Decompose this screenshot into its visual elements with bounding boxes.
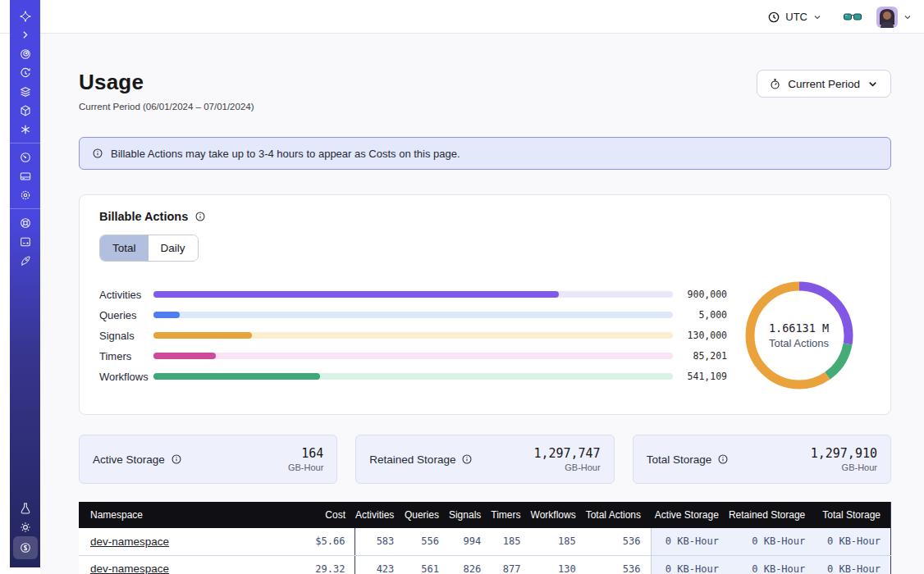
theme-sun-icon[interactable] bbox=[14, 517, 37, 536]
total-actions-donut: 1.66131 M Total Actions bbox=[727, 278, 871, 393]
col-timers: Timers bbox=[491, 502, 530, 528]
storage-card-value: 1,297,747 bbox=[533, 446, 600, 461]
timezone-picker[interactable]: UTC bbox=[762, 7, 827, 27]
feedback-glasses-button[interactable] bbox=[844, 11, 862, 23]
billable-actions-chart: Activities 900,000 Queries 5,000 bbox=[99, 278, 871, 393]
donut-total-value: 1.66131 M bbox=[769, 321, 829, 335]
cell-total-actions: 536 bbox=[586, 555, 651, 574]
cell-queries: 556 bbox=[404, 528, 449, 555]
storage-card-unit: GB-Hour bbox=[811, 462, 877, 472]
page-title: Usage bbox=[79, 70, 254, 95]
col-total-actions: Total Actions bbox=[586, 502, 651, 528]
chevron-down-icon bbox=[812, 12, 822, 22]
bar-track bbox=[153, 373, 673, 380]
storage-card-unit: GB-Hour bbox=[288, 462, 323, 472]
info-icon[interactable] bbox=[717, 453, 729, 465]
col-queries: Queries bbox=[404, 502, 449, 528]
bar-row-signals: Signals 130,000 bbox=[99, 326, 727, 346]
storage-card-label: Total Storage bbox=[647, 453, 712, 466]
glasses-icon bbox=[844, 11, 862, 23]
bar-fill bbox=[153, 373, 320, 380]
banner-text: Billable Actions may take up to 3-4 hour… bbox=[111, 148, 460, 160]
storage-card-label: Retained Storage bbox=[369, 453, 455, 466]
storage-card-label: Active Storage bbox=[93, 453, 165, 466]
bar-row-workflows: Workflows 541,109 bbox=[99, 367, 727, 387]
clock-icon bbox=[767, 11, 780, 24]
stack-icon[interactable] bbox=[14, 82, 37, 101]
info-icon[interactable] bbox=[194, 211, 206, 222]
tab-total[interactable]: Total bbox=[100, 235, 149, 261]
bar-track bbox=[153, 353, 673, 359]
table-row: dev-namespace $5.66 583 556 994 185 185 … bbox=[79, 528, 891, 555]
total-daily-toggle: Total Daily bbox=[99, 235, 199, 262]
avatar bbox=[876, 7, 898, 28]
info-icon[interactable] bbox=[171, 453, 182, 465]
cell-activities: 583 bbox=[355, 528, 404, 555]
col-active-storage: Active Storage bbox=[651, 502, 729, 528]
cell-retained-storage: 0 KB-Hour bbox=[729, 528, 815, 555]
user-menu[interactable] bbox=[876, 7, 913, 28]
table-row: dev-namespace 29.32 423 561 826 877 130 … bbox=[79, 555, 891, 574]
credits-dollar-icon[interactable] bbox=[13, 536, 38, 559]
bar-label: Workflows bbox=[99, 371, 149, 383]
stopwatch-icon bbox=[769, 78, 781, 90]
bar-label: Queries bbox=[99, 309, 149, 321]
collapse-chevron-icon[interactable] bbox=[14, 25, 37, 44]
bar-row-queries: Queries 5,000 bbox=[99, 305, 727, 326]
col-total-storage: Total Storage bbox=[815, 502, 890, 528]
period-button-label: Current Period bbox=[788, 78, 860, 90]
cell-total-storage: 0 KB-Hour bbox=[815, 528, 890, 555]
storage-card-value: 1,297,910 bbox=[811, 446, 877, 461]
cell-signals: 994 bbox=[449, 528, 491, 555]
getting-started-rocket-icon[interactable] bbox=[14, 251, 37, 270]
labs-flask-icon[interactable] bbox=[14, 499, 37, 517]
billing-icon[interactable] bbox=[14, 166, 37, 185]
bar-label: Timers bbox=[99, 350, 149, 362]
info-icon[interactable] bbox=[461, 453, 473, 465]
cell-active-storage: 0 KB-Hour bbox=[651, 555, 729, 574]
sidebar-divider bbox=[10, 143, 40, 144]
col-retained-storage: Retained Storage bbox=[729, 502, 815, 528]
bar-value: 85,201 bbox=[679, 350, 727, 362]
settings-icon[interactable] bbox=[14, 185, 37, 204]
namespace-link[interactable]: dev-namespace bbox=[90, 563, 169, 574]
bar-fill bbox=[153, 332, 252, 339]
cell-active-storage: 0 KB-Hour bbox=[651, 528, 729, 555]
bar-row-timers: Timers 85,201 bbox=[99, 346, 727, 367]
bar-fill bbox=[153, 312, 180, 318]
namespace-link[interactable]: dev-namespace bbox=[90, 535, 169, 548]
timezone-label: UTC bbox=[785, 11, 807, 23]
chevron-down-icon bbox=[903, 12, 913, 22]
cell-total-storage: 0 KB-Hour bbox=[815, 555, 890, 574]
donut-total-label: Total Actions bbox=[769, 337, 829, 349]
feedback-icon[interactable] bbox=[14, 232, 37, 251]
bar-label: Activities bbox=[99, 289, 149, 301]
cell-total-actions: 536 bbox=[586, 528, 651, 555]
nexus-icon[interactable] bbox=[14, 120, 37, 139]
storage-card-unit: GB-Hour bbox=[533, 462, 600, 472]
usage-icon[interactable] bbox=[14, 148, 37, 166]
tab-daily[interactable]: Daily bbox=[149, 235, 198, 261]
bar-value: 5,000 bbox=[679, 309, 727, 321]
bar-value: 900,000 bbox=[679, 289, 727, 300]
period-select-button[interactable]: Current Period bbox=[757, 70, 891, 98]
col-signals: Signals bbox=[449, 502, 491, 528]
sidebar-nav bbox=[10, 0, 40, 567]
deployments-icon[interactable] bbox=[14, 101, 37, 120]
namespaces-icon[interactable] bbox=[14, 44, 37, 63]
col-activities: Activities bbox=[355, 502, 404, 528]
bar-fill bbox=[153, 291, 559, 298]
bar-label: Signals bbox=[99, 330, 149, 342]
info-icon bbox=[92, 148, 103, 159]
chevron-down-icon bbox=[867, 78, 879, 90]
cell-retained-storage: 0 KB-Hour bbox=[729, 555, 815, 574]
cell-activities: 423 bbox=[355, 555, 404, 574]
bar-track bbox=[153, 312, 673, 318]
temporal-logo-icon[interactable] bbox=[14, 7, 37, 25]
table-header-row: Namespace Cost Activities Queries Signal… bbox=[79, 502, 891, 528]
support-icon[interactable] bbox=[14, 213, 37, 232]
bar-track bbox=[153, 332, 673, 339]
schedules-icon[interactable] bbox=[14, 63, 37, 82]
cell-timers: 185 bbox=[491, 528, 530, 555]
cell-cost: $5.66 bbox=[268, 528, 355, 555]
